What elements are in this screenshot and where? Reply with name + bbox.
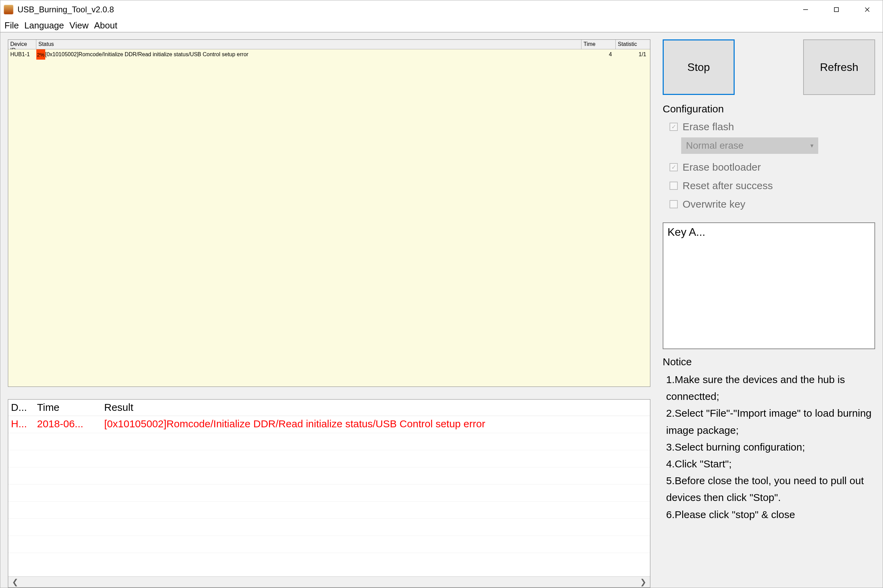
- result-empty-row: [8, 484, 650, 502]
- reset-after-label: Reset after success: [682, 180, 773, 192]
- overwrite-key-label: Overwrite key: [682, 198, 745, 210]
- progress-badge: 2%: [36, 50, 45, 60]
- app-icon: [4, 5, 13, 14]
- status-cell: 2% [0x10105002]Romcode/Initialize DDR/Re…: [36, 50, 582, 60]
- menubar: File Language View About: [0, 19, 883, 33]
- col-statistic[interactable]: Statistic: [616, 40, 650, 49]
- notice-body: 1.Make sure the devices and the hub is c…: [663, 371, 875, 523]
- chevron-down-icon: ▾: [810, 142, 813, 149]
- overwrite-key-option: Overwrite key: [663, 195, 875, 213]
- erase-mode-value: Normal erase: [686, 140, 744, 151]
- device-table: Device ID Status Time Statistic HUB1-1 2…: [8, 39, 650, 387]
- close-button[interactable]: [852, 0, 883, 19]
- refresh-button[interactable]: Refresh: [803, 39, 875, 95]
- erase-flash-label: Erase flash: [682, 121, 734, 133]
- erase-bootloader-checkbox: [670, 163, 678, 171]
- result-col-result[interactable]: Result: [102, 399, 650, 416]
- configuration-title: Configuration: [663, 103, 875, 115]
- menu-view[interactable]: View: [67, 20, 91, 31]
- erase-bootloader-option: Erase bootloader: [663, 158, 875, 177]
- result-col-time[interactable]: Time: [34, 399, 102, 416]
- result-empty-row: [8, 519, 650, 536]
- device-row[interactable]: HUB1-1 2% [0x10105002]Romcode/Initialize…: [8, 50, 650, 60]
- result-col-d[interactable]: D...: [8, 399, 34, 416]
- result-empty-row: [8, 450, 650, 467]
- menu-file[interactable]: File: [2, 20, 22, 31]
- erase-mode-select: Normal erase ▾: [681, 137, 818, 154]
- result-row[interactable]: H... 2018-06... [0x10105002]Romcode/Init…: [8, 416, 650, 433]
- time-cell: 4: [582, 50, 616, 60]
- titlebar: USB_Burning_Tool_v2.0.8: [0, 0, 883, 19]
- col-status[interactable]: Status: [36, 40, 582, 49]
- result-empty-row: [8, 502, 650, 519]
- device-id-cell: HUB1-1: [8, 50, 36, 60]
- menu-language[interactable]: Language: [22, 20, 67, 31]
- maximize-button[interactable]: [821, 0, 852, 19]
- status-message: [0x10105002]Romcode/Initialize DDR/Read …: [45, 51, 249, 58]
- svg-rect-1: [834, 8, 838, 12]
- col-device-id[interactable]: Device ID: [8, 40, 36, 49]
- window-title: USB_Burning_Tool_v2.0.8: [18, 5, 114, 14]
- scroll-left-icon[interactable]: ❮: [10, 578, 20, 587]
- result-empty-row: [8, 467, 650, 484]
- stop-button[interactable]: Stop: [663, 39, 735, 95]
- result-empty-row: [8, 536, 650, 553]
- result-d-cell: H...: [8, 416, 34, 433]
- erase-flash-option: Erase flash: [663, 117, 875, 136]
- col-time[interactable]: Time: [582, 40, 616, 49]
- menu-about[interactable]: About: [91, 20, 120, 31]
- stat-cell: 1/1: [616, 50, 650, 60]
- result-table: D... Time Result H... 2018-06... [0x1010…: [8, 399, 650, 588]
- result-result-cell: [0x10105002]Romcode/Initialize DDR/Read …: [102, 416, 650, 433]
- key-area-text: Key A...: [667, 226, 705, 238]
- reset-after-checkbox: [670, 182, 678, 190]
- reset-after-option: Reset after success: [663, 177, 875, 195]
- result-time-cell: 2018-06...: [34, 416, 102, 433]
- erase-flash-checkbox: [670, 123, 678, 131]
- minimize-button[interactable]: [790, 0, 821, 19]
- result-empty-row: [8, 433, 650, 450]
- horizontal-scrollbar[interactable]: ❮ ❯: [8, 576, 650, 587]
- notice-title: Notice: [663, 356, 875, 368]
- scroll-right-icon[interactable]: ❯: [639, 578, 648, 587]
- overwrite-key-checkbox: [670, 200, 678, 208]
- erase-bootloader-label: Erase bootloader: [682, 161, 761, 173]
- key-area: Key A...: [663, 222, 875, 349]
